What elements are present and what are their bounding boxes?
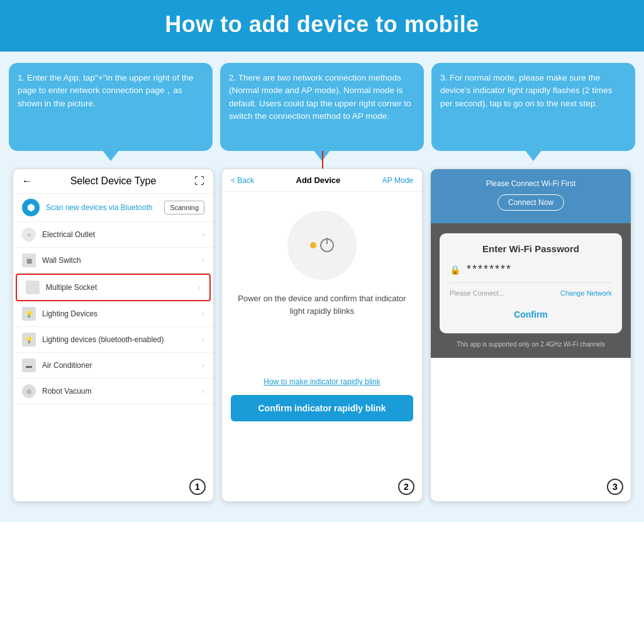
wifi-connect-top: Please Connect Wi-Fi First Connect Now: [431, 169, 631, 223]
step-number-3: 3: [607, 479, 623, 495]
chevron-icon-7: ›: [202, 387, 204, 396]
bluetooth-icon: ⬢: [22, 199, 40, 216]
screen2-header: < Back Add Device AP Mode: [222, 169, 422, 192]
step-number-2: 2: [398, 479, 414, 495]
multi-socket-icon: [26, 280, 40, 294]
confirm-blink-button[interactable]: Confirm indicator rapidly blink: [231, 395, 413, 421]
network-label: Please Connect...: [450, 289, 504, 297]
screen-1: ← Select Device Type ⛶ ⬢ Scan new device…: [13, 169, 214, 502]
steps-row: 1. Enter the App, tap"+"in the upper rig…: [0, 52, 644, 151]
red-divider: [322, 151, 323, 169]
chevron-icon-3: ›: [198, 283, 201, 292]
multi-socket-label: Multiple Socket: [46, 283, 198, 292]
screen-2-wrapper: < Back Add Device AP Mode Power on the d…: [218, 169, 426, 522]
password-field[interactable]: ********: [467, 263, 512, 276]
expand-icon[interactable]: ⛶: [194, 175, 204, 187]
step-3-text: 3. For normal mode, please make sure the…: [440, 73, 612, 108]
step-number-1: 1: [189, 479, 206, 495]
step-2-text: 2. There are two network connection meth…: [229, 73, 411, 121]
ac-icon: ▬: [22, 358, 36, 372]
chevron-icon: ›: [202, 230, 204, 239]
device-inner: [310, 238, 334, 252]
step-2-bubble: 2. There are two network connection meth…: [220, 63, 424, 151]
main-title: How to add device to mobile: [13, 11, 631, 38]
wifi-bottom: Enter Wi-Fi Password 🔒 ******** Please C…: [431, 223, 631, 358]
ac-label: Air Conditioner: [42, 361, 202, 370]
indicator-dot: [310, 242, 316, 248]
device-item-lighting[interactable]: 💡 Lighting Devices ›: [13, 301, 213, 327]
screen1-header: ← Select Device Type ⛶: [13, 169, 213, 194]
outlet-icon: ○: [22, 228, 36, 242]
step-1-text: 1. Enter the App, tap"+"in the upper rig…: [18, 73, 193, 108]
chevron-icon-5: ›: [202, 335, 204, 344]
device-item-multi[interactable]: Multiple Socket ›: [16, 274, 211, 301]
device-item-switch[interactable]: ▦ Wall Switch ›: [13, 248, 213, 274]
back-arrow-icon[interactable]: ←: [22, 175, 32, 187]
lighting-icon: 💡: [22, 307, 36, 321]
screens-row: ← Select Device Type ⛶ ⬢ Scan new device…: [0, 151, 644, 522]
step-1-bubble: 1. Enter the App, tap"+"in the upper rig…: [9, 63, 213, 151]
vacuum-label: Robot Vacuum: [42, 387, 202, 396]
screen-1-wrapper: ← Select Device Type ⛶ ⬢ Scan new device…: [9, 169, 218, 522]
screen1-title: Select Device Type: [70, 175, 157, 187]
lighting-label: Lighting Devices: [42, 309, 202, 318]
make-blink-link[interactable]: How to make indicator rapidly blink: [222, 377, 422, 395]
ap-mode-label[interactable]: AP Mode: [382, 176, 413, 185]
device-item-ac[interactable]: ▬ Air Conditioner ›: [13, 353, 213, 379]
wifi-password-card: Enter Wi-Fi Password 🔒 ******** Please C…: [440, 233, 622, 333]
device-circle-graphic: [287, 211, 357, 280]
lighting-bt-icon: 💡: [22, 333, 36, 347]
bluetooth-row[interactable]: ⬢ Scan new devices via Bluetooth Scannin…: [13, 194, 213, 222]
vacuum-icon: ⊙: [22, 384, 36, 398]
screen-2: < Back Add Device AP Mode Power on the d…: [221, 169, 423, 502]
switch-icon: ▦: [22, 253, 36, 267]
power-icon: [320, 238, 334, 252]
outlet-label: Electrical Outlet: [42, 230, 202, 239]
lock-icon: 🔒: [450, 265, 460, 275]
page-header: How to add device to mobile: [0, 0, 644, 52]
device-illustration: [222, 192, 422, 292]
device-item-lighting-bt[interactable]: 💡 Lighting devices (bluetooth-enabled) ›: [13, 327, 213, 353]
connect-now-button[interactable]: Connect Now: [497, 194, 564, 211]
chevron-icon-6: ›: [202, 361, 204, 370]
screen-3-wrapper: Please Connect Wi-Fi First Connect Now E…: [426, 169, 635, 522]
screen-3: Please Connect Wi-Fi First Connect Now E…: [430, 169, 631, 502]
wifi-card-title: Enter Wi-Fi Password: [450, 243, 612, 254]
change-network-link[interactable]: Change Network: [560, 289, 612, 297]
scanning-button[interactable]: Scanning: [164, 201, 204, 214]
screen2-title: Add Device: [296, 175, 341, 185]
device-item-vacuum[interactable]: ⊙ Robot Vacuum ›: [13, 379, 213, 404]
screen2-description: Power on the device and confirm that ind…: [222, 292, 422, 327]
chevron-icon-2: ›: [202, 256, 204, 265]
wifi-note: This app is supported only on 2.4GHz Wi-…: [440, 341, 622, 348]
device-item-outlet[interactable]: ○ Electrical Outlet ›: [13, 222, 213, 248]
chevron-icon-4: ›: [202, 309, 204, 318]
network-row: Please Connect... Change Network: [450, 289, 612, 297]
back-button[interactable]: < Back: [231, 176, 254, 185]
switch-label: Wall Switch: [42, 256, 202, 265]
step-3-bubble: 3. For normal mode, please make sure the…: [431, 63, 635, 151]
password-row: 🔒 ********: [450, 263, 612, 283]
lighting-bt-label: Lighting devices (bluetooth-enabled): [42, 335, 202, 344]
wifi-confirm-button[interactable]: Confirm: [450, 306, 612, 323]
bluetooth-label: Scan new devices via Bluetooth: [46, 203, 158, 212]
wifi-top-title: Please Connect Wi-Fi First: [440, 179, 622, 188]
